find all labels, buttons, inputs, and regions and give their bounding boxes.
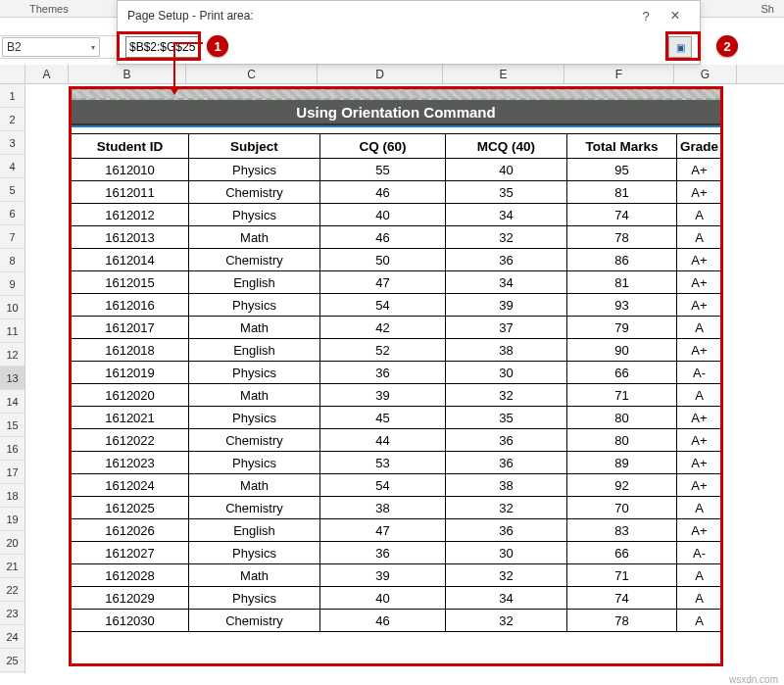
table-cell[interactable]: Math [189,317,320,339]
row-header[interactable]: 8 [0,249,24,272]
row-header[interactable]: 17 [0,461,24,484]
table-cell[interactable]: 1612020 [72,384,189,407]
table-cell[interactable]: 40 [320,587,446,610]
table-cell[interactable]: A [677,226,722,249]
table-cell[interactable]: 47 [320,519,446,542]
row-header[interactable]: 14 [0,390,24,414]
table-row[interactable]: 1612018English523890A+ [72,339,722,362]
table-cell[interactable]: A+ [677,339,722,362]
table-cell[interactable]: 55 [320,159,446,181]
table-cell[interactable]: 44 [320,429,446,452]
table-cell[interactable]: 45 [320,407,446,429]
table-cell[interactable]: 36 [446,249,567,271]
row-header[interactable]: 11 [0,319,24,343]
table-cell[interactable]: 53 [320,452,446,474]
table-row[interactable]: 1612019Physics363066A- [72,362,722,384]
table-cell[interactable]: 32 [446,564,567,587]
table-cell[interactable]: 32 [446,384,567,407]
table-cell[interactable]: A+ [677,519,722,542]
table-cell[interactable]: 47 [320,271,446,294]
table-cell[interactable]: Math [189,564,320,587]
table-cell[interactable]: 1612011 [72,181,189,204]
table-row[interactable]: 1612011Chemistry463581A+ [72,181,722,204]
table-cell[interactable]: 42 [320,317,446,339]
table-cell[interactable]: 39 [320,384,446,407]
table-cell[interactable]: Math [189,226,320,249]
table-cell[interactable]: A [677,204,722,226]
row-header[interactable]: 24 [0,625,24,649]
table-cell[interactable]: 90 [567,339,677,362]
table-cell[interactable]: 81 [567,181,677,204]
table-cell[interactable]: 34 [446,587,567,610]
table-cell[interactable]: 50 [320,249,446,271]
table-cell[interactable]: A [677,564,722,587]
row-header[interactable]: 1 [0,84,24,108]
row-header[interactable]: 9 [0,272,24,296]
table-cell[interactable]: 38 [446,474,567,497]
row-header[interactable]: 20 [0,531,24,555]
table-cell[interactable]: 1612018 [72,339,189,362]
table-cell[interactable]: 40 [446,159,567,181]
row-header[interactable]: 15 [0,414,24,437]
table-cell[interactable]: Physics [189,362,320,384]
table-cell[interactable]: 74 [567,204,677,226]
cell-grid[interactable]: Using Orientation Command Student IDSubj… [25,84,784,673]
row-header[interactable]: 25 [0,649,24,672]
table-row[interactable]: 1612021Physics453580A+ [72,407,722,429]
col-header-b[interactable]: B [69,65,186,83]
table-cell[interactable]: 1612029 [72,587,189,610]
table-cell[interactable]: 54 [320,294,446,317]
table-header-cell[interactable]: Grade [677,134,722,159]
table-cell[interactable]: 32 [446,226,567,249]
table-cell[interactable]: Math [189,384,320,407]
row-header[interactable]: 19 [0,508,24,531]
table-cell[interactable]: 36 [446,519,567,542]
table-row[interactable]: 1612015English473481A+ [72,271,722,294]
table-cell[interactable]: 1612021 [72,407,189,429]
row-header[interactable]: 7 [0,225,24,249]
table-cell[interactable]: A+ [677,429,722,452]
name-box[interactable]: B2 ▾ [2,37,100,57]
dialog-help-button[interactable]: ? [631,9,661,24]
table-cell[interactable]: 89 [567,452,677,474]
dialog-close-button[interactable]: × [661,7,690,24]
row-header[interactable]: 13 [0,367,24,390]
table-cell[interactable]: 1612023 [72,452,189,474]
table-cell[interactable]: 80 [567,407,677,429]
print-area-input[interactable] [125,36,200,58]
table-cell[interactable]: 1612026 [72,519,189,542]
table-cell[interactable]: A+ [677,159,722,181]
table-cell[interactable]: 46 [320,226,446,249]
table-cell[interactable]: Math [189,474,320,497]
table-cell[interactable]: 40 [320,204,446,226]
table-cell[interactable]: A+ [677,249,722,271]
table-cell[interactable]: 1612022 [72,429,189,452]
table-title-cell[interactable]: Using Orientation Command [71,100,721,125]
table-cell[interactable]: A- [677,362,722,384]
table-cell[interactable]: A+ [677,407,722,429]
data-table[interactable]: Student IDSubjectCQ (60)MCQ (40)Total Ma… [71,133,722,632]
table-cell[interactable]: A- [677,542,722,564]
table-cell[interactable]: Chemistry [189,249,320,271]
table-cell[interactable]: 1612016 [72,294,189,317]
table-row[interactable]: 1612020Math393271A [72,384,722,407]
table-cell[interactable]: 35 [446,181,567,204]
col-header-c[interactable]: C [186,65,318,83]
table-cell[interactable]: Physics [189,159,320,181]
table-cell[interactable]: 30 [446,542,567,564]
table-cell[interactable]: 34 [446,271,567,294]
table-cell[interactable]: 83 [567,519,677,542]
table-cell[interactable]: A [677,497,722,519]
col-header-a[interactable]: A [25,65,69,83]
row-header[interactable]: 2 [0,108,24,131]
table-cell[interactable]: 1612014 [72,249,189,271]
table-cell[interactable]: Chemistry [189,610,320,632]
table-cell[interactable]: 39 [320,564,446,587]
table-cell[interactable]: 71 [567,384,677,407]
table-row[interactable]: 1612029Physics403474A [72,587,722,610]
table-row[interactable]: 1612028Math393271A [72,564,722,587]
table-cell[interactable]: A [677,587,722,610]
table-row[interactable]: 1612030Chemistry463278A [72,610,722,632]
collapse-dialog-button[interactable]: ▣ [668,36,692,58]
table-cell[interactable]: Physics [189,587,320,610]
